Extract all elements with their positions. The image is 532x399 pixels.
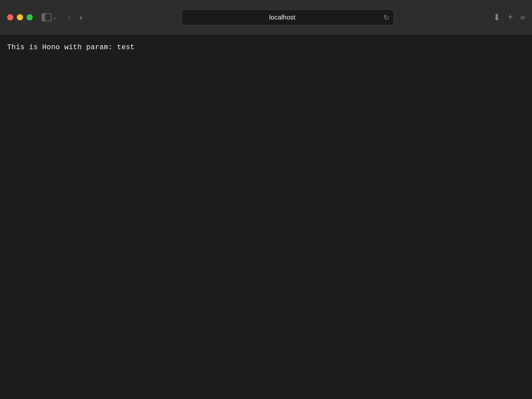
title-bar: ⌄ ‹ › localhost ↻ ⬇ + » [0,0,532,35]
sidebar-icon [42,13,51,21]
new-tab-button[interactable]: + [508,12,513,22]
right-toolbar: ⬇ + » [493,12,525,23]
download-button[interactable]: ⬇ [493,12,501,23]
address-bar[interactable]: localhost ↻ [181,9,394,25]
traffic-lights [7,14,33,20]
more-button[interactable]: » [520,12,525,22]
chevron-down-icon: ⌄ [52,14,57,20]
address-bar-container: localhost ↻ [181,9,394,25]
page-text: This is Hono with param: test [7,43,525,51]
page-content: This is Hono with param: test [0,35,532,399]
sidebar-toggle-button[interactable]: ⌄ [42,13,57,21]
maximize-button[interactable] [27,14,33,20]
close-button[interactable] [7,14,13,20]
reload-button[interactable]: ↻ [383,13,389,21]
back-button[interactable]: ‹ [68,13,70,21]
minimize-button[interactable] [17,14,23,20]
forward-button[interactable]: › [79,13,82,21]
browser-window: ⌄ ‹ › localhost ↻ ⬇ + » This is Hono wit… [0,0,532,399]
url-text: localhost [269,13,295,21]
nav-arrows: ‹ › [68,13,82,21]
